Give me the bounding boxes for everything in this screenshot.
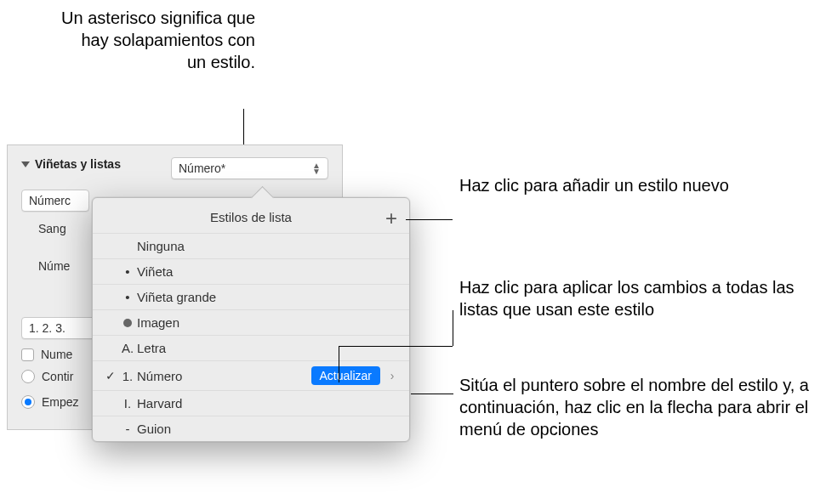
disclosure-triangle-icon xyxy=(21,161,30,167)
image-bullet-icon xyxy=(118,315,137,330)
list-type-value: Númerc xyxy=(29,194,71,207)
checkbox-icon xyxy=(21,348,34,361)
item-label: Viñeta grande xyxy=(137,290,399,304)
list-style-dropdown[interactable]: Número* ▲▼ xyxy=(171,157,328,179)
radio-icon xyxy=(21,370,35,383)
style-item-letter[interactable]: A. Letra xyxy=(93,335,409,360)
callout-asterisk: Un asterisco significa que hay solapamie… xyxy=(60,7,255,73)
bullet-mark: • xyxy=(118,290,137,304)
callout-line xyxy=(339,346,339,382)
radio-icon-checked xyxy=(21,395,35,409)
popover-title: Estilos de lista xyxy=(210,210,292,224)
radio-continue-label: Contir xyxy=(42,370,73,383)
add-style-button[interactable]: + xyxy=(385,207,397,230)
list-styles-popover: Estilos de lista + Ninguna • Viñeta • Vi… xyxy=(92,197,410,442)
callout-line xyxy=(406,219,453,220)
callout-hover-arrow: Sitúa el puntero sobre el nombre del est… xyxy=(459,374,817,440)
bullet-mark: 1. xyxy=(118,369,137,383)
radio-start-label: Empez xyxy=(42,395,79,409)
chevron-right-icon[interactable]: › xyxy=(385,369,399,382)
item-label: Ninguna xyxy=(137,239,399,253)
section-title: Viñetas y listas xyxy=(35,157,121,171)
list-type-dropdown[interactable]: Númerc xyxy=(21,190,89,212)
section-header[interactable]: Viñetas y listas xyxy=(21,157,121,171)
bullet-mark: - xyxy=(118,422,137,436)
check-icon: ✓ xyxy=(103,369,118,382)
number-label: Núme xyxy=(38,259,70,273)
bullet-mark: I. xyxy=(118,396,137,411)
ordered-label: Nume xyxy=(41,348,72,361)
popover-header: Estilos de lista + xyxy=(93,205,409,233)
style-item-big-bullet[interactable]: • Viñeta grande xyxy=(93,284,409,309)
callout-line xyxy=(453,310,453,346)
callout-apply-all: Haz clic para aplicar los cambios a toda… xyxy=(459,276,800,320)
item-label: Guion xyxy=(137,422,399,436)
indent-label: Sang xyxy=(38,222,66,235)
item-label: Letra xyxy=(137,341,399,355)
item-label: Número xyxy=(137,369,311,383)
callout-asterisk-text: Un asterisco significa que hay solapamie… xyxy=(61,8,255,71)
style-item-harvard[interactable]: I. Harvard xyxy=(93,390,409,416)
callout-add-style-text: Haz clic para añadir un estilo nuevo xyxy=(459,176,729,195)
bullet-mark: • xyxy=(118,264,137,279)
bullet-mark: A. xyxy=(118,341,137,355)
number-format-dropdown[interactable]: 1. 2. 3. xyxy=(21,317,96,339)
callout-add-style: Haz clic para añadir un estilo nuevo xyxy=(459,174,740,196)
dropdown-arrows-icon: ▲▼ xyxy=(312,162,321,174)
update-style-button[interactable]: Actualizar xyxy=(311,366,380,385)
style-item-none[interactable]: Ninguna xyxy=(93,233,409,258)
popover-list: Ninguna • Viñeta • Viñeta grande Imagen … xyxy=(93,233,409,441)
list-style-value: Número* xyxy=(179,161,225,175)
item-label: Imagen xyxy=(137,315,399,330)
style-item-number[interactable]: ✓ 1. Número Actualizar › xyxy=(93,360,409,390)
item-label: Harvard xyxy=(137,396,399,411)
style-item-bullet[interactable]: • Viñeta xyxy=(93,258,409,284)
number-format-value: 1. 2. 3. xyxy=(29,321,66,335)
callout-line xyxy=(339,346,453,347)
callout-hover-arrow-text: Sitúa el puntero sobre el nombre del est… xyxy=(459,376,809,439)
item-label: Viñeta xyxy=(137,264,399,279)
style-item-image[interactable]: Imagen xyxy=(93,309,409,335)
callout-apply-all-text: Haz clic para aplicar los cambios a toda… xyxy=(459,278,795,319)
style-item-dash[interactable]: - Guion xyxy=(93,416,409,441)
callout-line xyxy=(411,394,453,394)
